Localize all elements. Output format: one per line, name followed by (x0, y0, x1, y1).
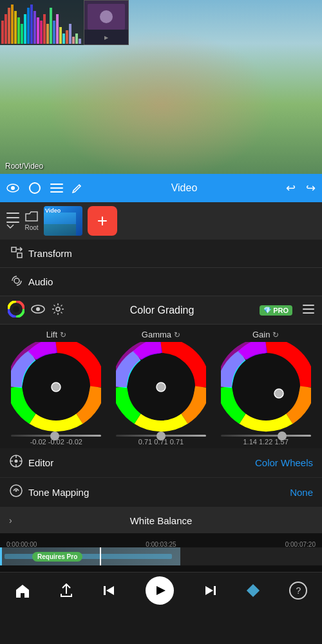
gamma-slider-row (116, 435, 206, 437)
next-frame-button[interactable] (203, 583, 217, 598)
svg-point-60 (274, 389, 283, 398)
gamma-label: Gamma (142, 330, 171, 339)
lift-label: Lift (46, 330, 57, 339)
tone-mapping-value: None (290, 487, 313, 498)
bottom-toolbar: ? (0, 572, 322, 608)
collapse-button[interactable] (6, 213, 19, 229)
add-clip-button[interactable]: + (88, 206, 117, 236)
svg-rect-19 (62, 33, 65, 44)
gain-label: Gain (252, 330, 270, 339)
svg-rect-24 (79, 39, 81, 44)
transform-row[interactable]: Transform (0, 240, 322, 268)
home-button[interactable] (15, 583, 30, 598)
video-thumbnail: ▶ (84, 0, 129, 45)
white-balance-label: White Balance (130, 515, 193, 526)
svg-rect-50 (303, 312, 314, 314)
audio-label: Audio (28, 276, 312, 287)
svg-point-59 (232, 354, 299, 421)
svg-rect-10 (33, 11, 36, 44)
video-clip[interactable]: Video (44, 206, 82, 236)
svg-rect-38 (6, 222, 19, 223)
gain-wheel: Gain ↻ (217, 330, 315, 446)
pro-badge: 💎 PRO (260, 305, 292, 316)
svg-rect-35 (50, 191, 63, 193)
gain-slider[interactable] (221, 435, 311, 437)
editor-value: Color Wheels (255, 457, 313, 468)
svg-rect-17 (56, 14, 59, 44)
cg-settings-icon[interactable] (52, 303, 64, 318)
timeline-section: 0:00:00:00 0:00:03:25 0:00:07:20 Require… (0, 533, 322, 572)
svg-rect-5 (17, 17, 20, 44)
color-grading-section: Color Grading 💎 PRO Lift ↻ (0, 296, 322, 533)
gamma-slider[interactable] (116, 435, 206, 437)
undo-icon[interactable]: ↩ (286, 181, 296, 195)
histogram (0, 0, 84, 45)
svg-point-47 (56, 307, 60, 311)
help-button[interactable]: ? (289, 582, 307, 600)
root-item[interactable]: Root (24, 211, 39, 231)
circle-icon[interactable] (28, 182, 41, 194)
svg-rect-3 (11, 5, 14, 44)
svg-rect-41 (44, 213, 76, 224)
cg-title: Color Grading (71, 305, 253, 316)
timeline-bar[interactable]: Requires Pro (0, 547, 322, 565)
prev-frame-button[interactable] (102, 583, 117, 598)
lift-slider[interactable] (11, 435, 101, 437)
pencil-icon[interactable] (72, 183, 82, 193)
tone-mapping-label: Tone Mapping (28, 487, 290, 498)
transform-label: Transform (28, 248, 312, 259)
lift-wheel-canvas[interactable] (11, 342, 101, 432)
svg-rect-0 (1, 21, 4, 44)
lift-values: -0.02 -0.02 -0.02 (30, 438, 82, 446)
toolbar-title: Video (91, 182, 277, 194)
share-button[interactable] (59, 583, 73, 598)
editor-icon (9, 454, 28, 471)
svg-rect-21 (69, 24, 71, 44)
svg-rect-65 (5, 554, 172, 559)
cg-eye-icon[interactable] (31, 305, 45, 316)
gain-wheel-canvas[interactable] (221, 342, 311, 432)
svg-rect-1 (5, 14, 7, 44)
tone-mapping-row[interactable]: Tone Mapping None (0, 478, 322, 507)
svg-rect-40 (44, 224, 76, 236)
svg-rect-6 (21, 24, 23, 44)
svg-point-32 (30, 183, 40, 193)
svg-point-27 (100, 10, 113, 23)
color-wheels-container: Lift ↻ (0, 325, 322, 448)
lift-slider-row (11, 435, 101, 437)
svg-rect-33 (50, 184, 63, 185)
white-balance-row[interactable]: › White Balance (0, 507, 322, 533)
svg-point-44 (13, 306, 19, 312)
requires-pro-badge: Requires Pro (32, 552, 82, 562)
video-preview: ▶ Root/Video (0, 0, 322, 174)
svg-point-31 (11, 186, 15, 190)
lift-reset-icon[interactable]: ↻ (60, 330, 66, 339)
cg-header: Color Grading 💎 PRO (0, 296, 322, 325)
color-wheel-icon[interactable] (8, 301, 24, 320)
editor-row[interactable]: Editor Color Wheels (0, 448, 322, 478)
timeline-clip[interactable] (0, 547, 180, 565)
redo-icon[interactable]: ↪ (306, 181, 316, 195)
gamma-values: 0.71 0.71 0.71 (138, 438, 184, 446)
svg-rect-36 (6, 213, 19, 214)
cg-menu-icon[interactable] (303, 305, 314, 316)
editor-label: Editor (28, 457, 255, 468)
svg-rect-14 (46, 24, 49, 44)
gain-slider-row (221, 435, 311, 437)
play-button[interactable] (146, 576, 174, 605)
audio-row[interactable]: Audio (0, 268, 322, 296)
svg-rect-34 (50, 187, 63, 189)
svg-rect-48 (303, 305, 314, 306)
svg-point-42 (14, 278, 19, 283)
diamond-button[interactable] (246, 583, 260, 598)
gain-reset-icon[interactable]: ↻ (272, 330, 279, 339)
gamma-wheel: Gamma ↻ (112, 330, 210, 446)
gain-values: 1.14 1.22 1.57 (243, 438, 288, 446)
audio-icon (10, 274, 28, 290)
gamma-wheel-canvas[interactable] (116, 342, 206, 432)
playhead (100, 547, 101, 565)
svg-rect-9 (30, 5, 33, 44)
eye-icon[interactable] (6, 184, 19, 193)
menu-icon[interactable] (50, 184, 63, 193)
gamma-reset-icon[interactable]: ↻ (174, 330, 180, 339)
